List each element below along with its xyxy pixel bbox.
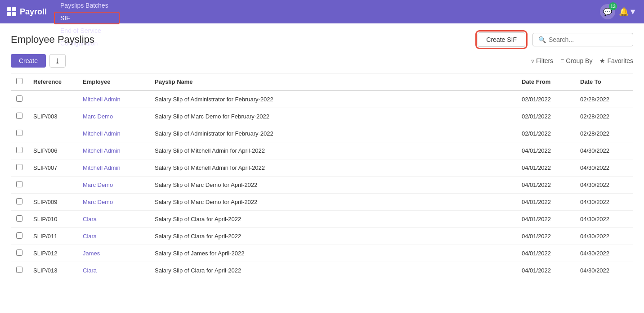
employee-link[interactable]: Clara — [83, 267, 97, 274]
cell-payslip-name: Salary Slip of Administrator for Februar… — [149, 91, 516, 108]
cell-date-to: 04/30/2022 — [575, 262, 633, 279]
row-checkbox-3[interactable] — [16, 147, 22, 153]
col-header-date-to: Date To — [575, 73, 633, 91]
cell-date-from: 04/01/2022 — [516, 262, 575, 279]
table-row[interactable]: SLIP/011ClaraSalary Slip of Clara for Ap… — [11, 228, 633, 245]
alerts-button[interactable]: 🔔▼ — [619, 7, 637, 17]
table-row[interactable]: SLIP/007Mitchell AdminSalary Slip of Mit… — [11, 159, 633, 177]
cell-date-from: 04/01/2022 — [516, 194, 575, 211]
row-checkbox-8[interactable] — [16, 232, 22, 239]
table-row[interactable]: Marc DemoSalary Slip of Marc Demo for Ap… — [11, 177, 633, 194]
row-checkbox-7[interactable] — [16, 215, 22, 222]
cell-date-from: 04/01/2022 — [516, 142, 575, 159]
cell-employee[interactable]: Mitchell Admin — [77, 125, 149, 142]
employee-link[interactable]: Marc Demo — [83, 113, 113, 120]
table-row[interactable]: Mitchell AdminSalary Slip of Administrat… — [11, 125, 633, 142]
cell-reference: SLIP/013 — [28, 262, 77, 279]
row-checkbox-5[interactable] — [16, 181, 22, 187]
page-header: Employee Payslips Create SIF 🔍 — [11, 32, 633, 47]
select-all-header[interactable] — [11, 73, 28, 91]
employee-link[interactable]: Mitchell Admin — [83, 96, 121, 103]
cell-employee[interactable]: Marc Demo — [77, 194, 149, 211]
cell-employee[interactable]: James — [77, 245, 149, 262]
cell-payslip-name: Salary Slip of Administrator for Februar… — [149, 125, 516, 142]
cell-employee[interactable]: Mitchell Admin — [77, 142, 149, 159]
cell-reference: SLIP/003 — [28, 108, 77, 125]
cell-date-to: 04/30/2022 — [575, 159, 633, 177]
cell-reference: SLIP/009 — [28, 194, 77, 211]
download-button[interactable]: ⭳ — [49, 54, 66, 68]
app-logo[interactable]: Payroll — [7, 7, 47, 17]
col-header-employee: Employee — [77, 73, 149, 91]
logo-grid-icon — [7, 7, 16, 16]
row-checkbox-0[interactable] — [16, 95, 22, 102]
cell-employee[interactable]: Mitchell Admin — [77, 91, 149, 108]
table-row[interactable]: Mitchell AdminSalary Slip of Administrat… — [11, 91, 633, 108]
employee-link[interactable]: Mitchell Admin — [83, 130, 121, 137]
search-input[interactable] — [549, 36, 627, 43]
table-row[interactable]: SLIP/010ClaraSalary Slip of Clara for Ap… — [11, 211, 633, 228]
search-icon: 🔍 — [538, 36, 546, 43]
filters-button[interactable]: ▿ Filters — [531, 57, 553, 64]
cell-date-to: 04/30/2022 — [575, 177, 633, 194]
nav-item-payslips-batches[interactable]: Payslips Batches — [54, 0, 120, 12]
cell-reference — [28, 91, 77, 108]
employee-link[interactable]: Clara — [83, 216, 97, 222]
select-all-checkbox[interactable] — [16, 78, 22, 84]
employee-link[interactable]: Marc Demo — [83, 181, 113, 188]
cell-date-to: 02/28/2022 — [575, 91, 633, 108]
cell-reference: SLIP/006 — [28, 142, 77, 159]
messages-button[interactable]: 💬 13 — [600, 4, 615, 19]
cell-date-from: 04/01/2022 — [516, 211, 575, 228]
cell-date-from: 04/01/2022 — [516, 245, 575, 262]
table-row[interactable]: SLIP/003Marc DemoSalary Slip of Marc Dem… — [11, 108, 633, 125]
row-checkbox-9[interactable] — [16, 249, 22, 256]
table-row[interactable]: SLIP/012JamesSalary Slip of James for Ap… — [11, 245, 633, 262]
cell-employee[interactable]: Mitchell Admin — [77, 159, 149, 177]
employee-link[interactable]: Mitchell Admin — [83, 147, 121, 154]
groupby-icon: ≡ — [560, 57, 564, 64]
col-header-date-from: Date From — [516, 73, 575, 91]
row-checkbox-4[interactable] — [16, 164, 22, 170]
row-checkbox-1[interactable] — [16, 113, 22, 119]
col-header-reference: Reference — [28, 73, 77, 91]
cell-payslip-name: Salary Slip of Mitchell Admin for April-… — [149, 142, 516, 159]
cell-date-from: 02/01/2022 — [516, 91, 575, 108]
table-row[interactable]: SLIP/013ClaraSalary Slip of Clara for Ap… — [11, 262, 633, 279]
cell-reference: SLIP/010 — [28, 211, 77, 228]
cell-payslip-name: Salary Slip of Clara for April-2022 — [149, 228, 516, 245]
star-icon: ★ — [599, 57, 605, 64]
main-content: Employee Payslips Create SIF 🔍 Create ⭳ … — [0, 23, 644, 288]
favorites-button[interactable]: ★ Favorites — [599, 57, 633, 64]
app-title: Payroll — [20, 7, 47, 17]
cell-employee[interactable]: Clara — [77, 211, 149, 228]
favorites-label: Favorites — [607, 57, 633, 64]
employee-link[interactable]: James — [83, 250, 100, 257]
download-icon: ⭳ — [54, 57, 61, 64]
create-button[interactable]: Create — [11, 54, 46, 68]
table-header-row: Reference Employee Payslip Name Date Fro… — [11, 73, 633, 91]
cell-employee[interactable]: Clara — [77, 228, 149, 245]
cell-payslip-name: Salary Slip of Marc Demo for February-20… — [149, 108, 516, 125]
create-sif-button[interactable]: Create SIF — [478, 32, 525, 47]
group-by-button[interactable]: ≡ Group By — [560, 57, 592, 64]
cell-date-to: 04/30/2022 — [575, 228, 633, 245]
nav-item-sif[interactable]: SIF — [54, 12, 120, 24]
row-checkbox-10[interactable] — [16, 267, 22, 273]
employee-link[interactable]: Mitchell Admin — [83, 164, 121, 171]
cell-employee[interactable]: Marc Demo — [77, 177, 149, 194]
cell-reference: SLIP/007 — [28, 159, 77, 177]
cell-employee[interactable]: Clara — [77, 262, 149, 279]
row-checkbox-6[interactable] — [16, 198, 22, 204]
cell-employee[interactable]: Marc Demo — [77, 108, 149, 125]
cell-reference: SLIP/011 — [28, 228, 77, 245]
cell-date-from: 04/01/2022 — [516, 228, 575, 245]
employee-link[interactable]: Marc Demo — [83, 199, 113, 205]
employee-link[interactable]: Clara — [83, 233, 97, 240]
toolbar-row: Create ⭳ ▿ Filters ≡ Group By ★ Favorite… — [11, 54, 633, 68]
group-by-label: Group By — [566, 57, 592, 64]
filter-icon: ▿ — [531, 57, 534, 64]
row-checkbox-2[interactable] — [16, 130, 22, 136]
table-row[interactable]: SLIP/009Marc DemoSalary Slip of Marc Dem… — [11, 194, 633, 211]
table-row[interactable]: SLIP/006Mitchell AdminSalary Slip of Mit… — [11, 142, 633, 159]
